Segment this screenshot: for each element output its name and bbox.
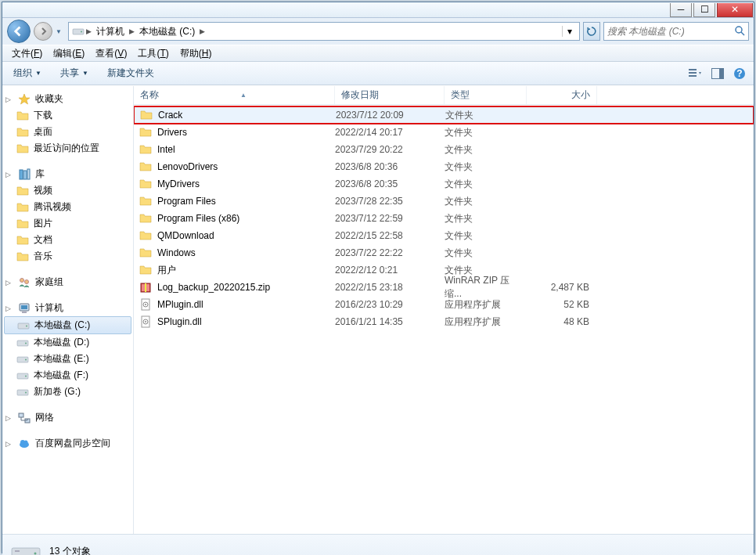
explorer-window: ─ ☐ ✕ ▼ ▶ 计算机 ▶ 本地磁盘 (C:) ▶ ▾ — [2, 2, 754, 553]
back-button[interactable] — [7, 20, 31, 43]
file-row[interactable]: Crack2023/7/12 20:09文件夹 — [134, 106, 754, 124]
nav-drive-0-icon — [17, 319, 30, 332]
menu-v[interactable]: 查看(V) — [91, 45, 131, 62]
folder-icon — [139, 212, 153, 225]
nav-fav-2[interactable]: 最近访问的位置 — [2, 140, 133, 157]
file-date: 2022/2/12 0:21 — [335, 265, 445, 276]
nav-lib-2[interactable]: 图片 — [2, 215, 133, 232]
nav-baidu-icon — [18, 438, 31, 450]
nav-fav-0[interactable]: 下载 — [2, 107, 133, 124]
nav-drive-3[interactable]: 本地磁盘 (F:) — [2, 367, 133, 384]
breadcrumb-computer[interactable]: 计算机 — [93, 23, 128, 40]
folder-icon — [139, 264, 153, 276]
file-type: 文件夹 — [445, 212, 527, 225]
nav-drive-0[interactable]: 本地磁盘 (C:) — [4, 316, 131, 334]
search-box[interactable] — [603, 22, 749, 41]
address-dropdown-icon[interactable]: ▾ — [562, 26, 576, 37]
nav-homegroup[interactable]: ▷家庭组 — [2, 274, 133, 290]
file-name: MPlugin.dll — [157, 299, 335, 310]
titlebar[interactable]: ─ ☐ ✕ — [2, 2, 754, 18]
file-row[interactable]: Program Files2023/7/28 22:35文件夹 — [134, 193, 754, 210]
file-row[interactable]: QMDownload2022/2/15 22:58文件夹 — [134, 227, 754, 244]
share-button[interactable]: 共享▼ — [56, 64, 93, 82]
file-row[interactable]: Windows2023/7/22 22:22文件夹 — [134, 244, 754, 261]
file-type: WinRAR ZIP 压缩... — [445, 274, 527, 301]
nav-lib-2-icon — [16, 218, 29, 230]
new-folder-button[interactable]: 新建文件夹 — [103, 64, 159, 82]
file-date: 2023/7/12 20:09 — [336, 110, 445, 121]
file-date: 2023/7/28 22:35 — [335, 196, 445, 207]
close-button[interactable]: ✕ — [717, 3, 753, 17]
nav-lib-1[interactable]: 腾讯视频 — [2, 199, 133, 215]
file-row[interactable]: Drivers2022/2/14 20:17文件夹 — [134, 124, 754, 141]
column-date[interactable]: 修改日期 — [335, 86, 445, 104]
breadcrumb-drive-c[interactable]: 本地磁盘 (C:) — [136, 23, 198, 40]
nav-lib-3[interactable]: 文档 — [2, 232, 133, 248]
svg-line-3 — [741, 32, 744, 35]
file-row[interactable]: 用户2022/2/12 0:21文件夹 — [134, 261, 754, 279]
nav-lib-4[interactable]: 音乐 — [2, 248, 133, 265]
column-name[interactable]: 名称▲ — [134, 86, 335, 104]
file-row[interactable]: MyDrivers2023/6/8 20:35文件夹 — [134, 175, 754, 193]
view-options-button[interactable] — [688, 66, 704, 81]
nav-lib-3-icon — [16, 234, 29, 247]
svg-rect-6 — [689, 75, 697, 77]
svg-point-15 — [25, 279, 29, 283]
status-bar: 13 个对象 — [2, 534, 754, 555]
drive-icon — [72, 25, 85, 38]
refresh-button[interactable] — [583, 22, 600, 41]
nav-drive-2[interactable]: 本地磁盘 (E:) — [2, 351, 133, 367]
nav-fav-1-icon — [16, 126, 29, 139]
chevron-right-icon[interactable]: ▶ — [198, 27, 207, 35]
nav-libraries[interactable]: ▷库 — [2, 166, 133, 182]
navigation-pane[interactable]: ▷收藏夹下载桌面最近访问的位置▷库视频腾讯视频图片文档音乐▷家庭组▷计算机本地磁… — [2, 86, 134, 534]
file-size: 52 KB — [527, 299, 589, 310]
nav-lib-0[interactable]: 视频 — [2, 182, 133, 199]
file-name: Drivers — [157, 127, 335, 138]
file-row[interactable]: SPlugin.dll2016/1/21 14:35应用程序扩展48 KB — [134, 313, 754, 330]
file-date: 2023/6/8 20:36 — [335, 161, 445, 172]
folder-icon — [139, 109, 153, 121]
nav-fav-1[interactable]: 桌面 — [2, 124, 133, 140]
forward-button[interactable] — [34, 22, 52, 41]
menu-e[interactable]: 编辑(E) — [49, 45, 89, 62]
file-name: LenovoDrivers — [157, 161, 335, 172]
search-icon[interactable] — [734, 25, 745, 38]
file-row[interactable]: Intel2023/7/29 20:22文件夹 — [134, 141, 754, 158]
address-bar[interactable]: ▶ 计算机 ▶ 本地磁盘 (C:) ▶ ▾ — [68, 22, 580, 41]
nav-network[interactable]: ▷网络 — [2, 409, 133, 426]
search-input[interactable] — [607, 26, 734, 37]
chevron-right-icon[interactable]: ▶ — [128, 27, 136, 35]
file-row[interactable]: LenovoDrivers2023/6/8 20:36文件夹 — [134, 158, 754, 175]
svg-rect-29 — [19, 413, 23, 417]
column-type[interactable]: 类型 — [445, 86, 527, 104]
nav-favorites[interactable]: ▷收藏夹 — [2, 91, 133, 107]
column-size[interactable]: 大小 — [527, 86, 597, 104]
folder-icon — [139, 160, 153, 173]
organize-button[interactable]: 组织▼ — [9, 64, 46, 82]
nav-drive-1[interactable]: 本地磁盘 (D:) — [2, 334, 133, 351]
menu-f[interactable]: 文件(F) — [7, 45, 47, 62]
minimize-button[interactable]: ─ — [670, 3, 692, 17]
file-list[interactable]: Crack2023/7/12 20:09文件夹Drivers2022/2/14 … — [134, 105, 754, 534]
help-button[interactable]: ? — [732, 66, 747, 81]
file-type: 文件夹 — [445, 178, 527, 191]
nav-computer-icon — [18, 302, 31, 315]
file-row[interactable]: Program Files (x86)2023/7/12 22:59文件夹 — [134, 210, 754, 227]
chevron-right-icon[interactable]: ▶ — [85, 27, 93, 35]
nav-dropdown-icon[interactable]: ▼ — [56, 28, 62, 35]
menu-t[interactable]: 工具(T) — [133, 45, 173, 62]
preview-pane-button[interactable] — [710, 66, 725, 81]
nav-bar: ▼ ▶ 计算机 ▶ 本地磁盘 (C:) ▶ ▾ — [2, 18, 754, 45]
maximize-button[interactable]: ☐ — [693, 3, 715, 17]
svg-point-26 — [25, 375, 27, 377]
file-date: 2016/2/23 10:29 — [335, 299, 445, 310]
menu-h[interactable]: 帮助(H) — [175, 45, 217, 62]
file-row[interactable]: Log_backup_20220215.zip2022/2/15 23:18Wi… — [134, 279, 754, 296]
nav-baidu[interactable]: ▷百度网盘同步空间 — [2, 435, 133, 452]
file-row[interactable]: MPlugin.dll2016/2/23 10:29应用程序扩展52 KB — [134, 296, 754, 313]
nav-drive-4[interactable]: 新加卷 (G:) — [2, 384, 133, 400]
file-name: QMDownload — [157, 230, 335, 241]
nav-computer[interactable]: ▷计算机 — [2, 300, 133, 316]
svg-point-28 — [25, 391, 27, 393]
